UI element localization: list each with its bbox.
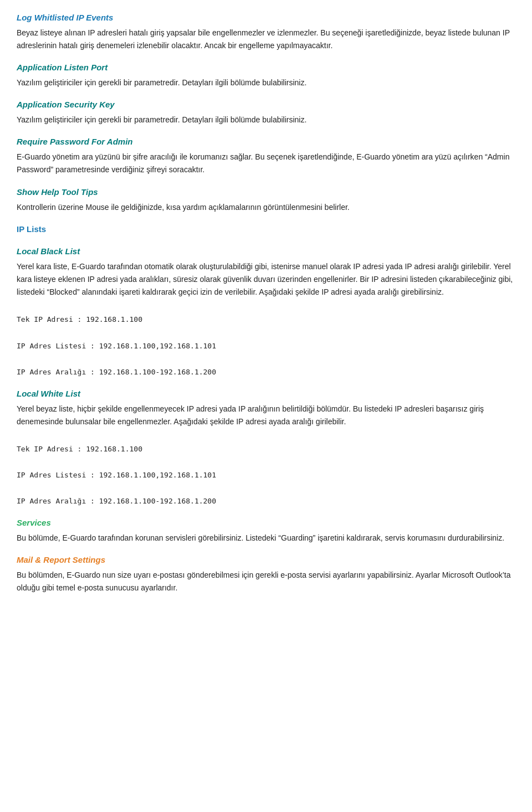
require-password-section: Require Password For Admin E-Guardo yöne… [17,135,515,176]
services-heading: Services [17,516,515,530]
local-black-list-para1: Yerel kara liste, E-Guardo tarafından ot… [17,260,515,299]
local-white-list-section: Local White List Yerel beyaz liste, hiçb… [17,387,515,508]
log-whitelisted-section: Log Whitlisted IP Events Beyaz listeye a… [17,11,515,52]
application-security-key-para1: Yazılım geliştiriciler için gerekli bir … [17,114,515,126]
application-listen-port-heading: Application Listen Port [17,61,515,74]
local-black-list-example2: IP Adres Listesi : 192.168.1.100,192.168… [17,341,515,352]
ip-lists-heading: IP Lists [17,223,515,236]
application-security-key-section: Application Security Key Yazılım gelişti… [17,98,515,126]
local-black-list-example1: Tek IP Adresi : 192.168.1.100 [17,314,515,326]
require-password-heading: Require Password For Admin [17,135,515,148]
local-white-list-example1: Tek IP Adresi : 192.168.1.100 [17,444,515,455]
mail-report-settings-section: Mail & Report Settings Bu bölümden, E-Gu… [17,553,515,594]
local-white-list-para1: Yerel beyaz liste, hiçbir şekilde engell… [17,403,515,428]
show-help-tooltips-section: Show Help Tool Tips Kontrollerin üzerine… [17,186,515,214]
local-white-list-example2: IP Adres Listesi : 192.168.1.100,192.168… [17,470,515,481]
local-white-list-example3: IP Adres Aralığı : 192.168.1.100-192.168… [17,496,515,507]
ip-lists-section: IP Lists [17,223,515,236]
local-black-list-heading: Local Black List [17,245,515,258]
log-whitelisted-para1: Beyaz listeye alınan IP adresleri hatalı… [17,27,515,52]
local-black-list-section: Local Black List Yerel kara liste, E-Gua… [17,245,515,378]
show-help-tooltips-para1: Kontrollerin üzerine Mouse ile geldiğini… [17,201,515,214]
application-listen-port-section: Application Listen Port Yazılım geliştir… [17,61,515,89]
require-password-para1: E-Guardo yönetim ara yüzünü bir şifre ar… [17,151,515,176]
services-para1: Bu bölümde, E-Guardo tarafından korunan … [17,532,515,544]
local-white-list-heading: Local White List [17,387,515,400]
show-help-tooltips-heading: Show Help Tool Tips [17,186,515,199]
mail-report-settings-para1: Bu bölümden, E-Guardo nun size uyarı e-p… [17,569,515,594]
application-security-key-heading: Application Security Key [17,98,515,111]
application-listen-port-para1: Yazılım geliştiriciler için gerekli bir … [17,76,515,89]
mail-report-settings-heading: Mail & Report Settings [17,553,515,567]
local-black-list-example3: IP Adres Aralığı : 192.168.1.100-192.168… [17,367,515,378]
log-whitelisted-heading: Log Whitlisted IP Events [17,11,515,24]
services-section: Services Bu bölümde, E-Guardo tarafından… [17,516,515,544]
